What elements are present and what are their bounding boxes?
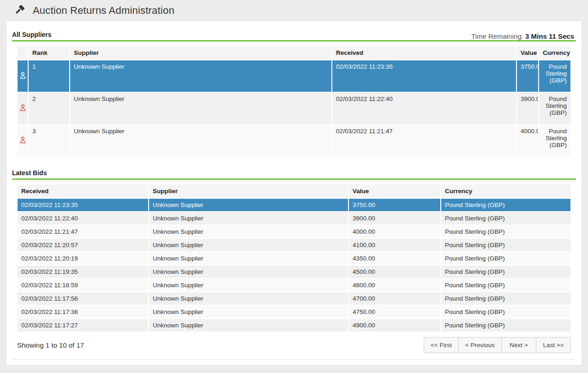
first-page-button[interactable]: << First <box>424 337 459 353</box>
value-cell: 3900.00 <box>516 92 539 124</box>
value-cell: 4350.00 <box>348 252 441 265</box>
person-online-icon <box>19 71 26 79</box>
currency-cell: Pound Sterling (GBP) <box>441 265 571 278</box>
supplier-cell: Unknown Supplier <box>149 252 348 265</box>
received-cell: 02/03/2022 11:18:59 <box>17 278 149 292</box>
currency-cell: Pound Sterling (GBP) <box>539 124 571 157</box>
value-cell: 3750.00 <box>348 198 441 212</box>
supplier-cell: Unknown Supplier <box>149 319 348 332</box>
table-row[interactable]: 02/03/2022 11:20:19 Unknown Supplier 435… <box>17 252 571 265</box>
main-panel: Time Remaining: 3 Mins 11 Secs All Suppl… <box>6 21 582 366</box>
value-column-header: Value <box>348 184 441 198</box>
value-cell: 4100.00 <box>348 238 441 252</box>
latest-bids-title: Latest Bids <box>12 169 576 177</box>
value-cell: 4000.00 <box>348 225 441 238</box>
section-divider <box>12 178 576 180</box>
received-cell: 02/03/2022 11:19:35 <box>17 265 149 278</box>
table-row[interactable]: 2 Unknown Supplier 02/03/2022 11:22:40 3… <box>17 92 571 124</box>
value-cell: 4900.00 <box>348 319 441 332</box>
received-cell: 02/03/2022 11:17:27 <box>17 319 149 332</box>
all-suppliers-table: Rank Supplier Received Value Currency 1 … <box>17 46 571 157</box>
currency-cell: Pound Sterling (GBP) <box>441 198 571 212</box>
page-title: Auction Returns Administration <box>33 5 174 17</box>
supplier-cell: Unknown Supplier <box>70 124 332 157</box>
received-cell: 02/03/2022 11:21:47 <box>332 124 516 157</box>
supplier-cell: Unknown Supplier <box>149 238 348 252</box>
supplier-cell: Unknown Supplier <box>70 60 332 92</box>
received-cell: 02/03/2022 11:22:40 <box>332 92 516 124</box>
time-remaining: Time Remaining: 3 Mins 11 Secs <box>471 32 574 40</box>
table-row[interactable]: 1 Unknown Supplier 02/03/2022 11:23:35 3… <box>17 60 571 92</box>
table-header-row: Rank Supplier Received Value Currency <box>17 46 571 60</box>
value-cell: 3900.00 <box>348 212 441 225</box>
rank-column-header: Rank <box>28 46 70 60</box>
time-remaining-label: Time Remaining: <box>471 32 523 40</box>
person-offline-icon <box>19 104 26 112</box>
supplier-cell: Unknown Supplier <box>149 212 348 225</box>
supplier-cell: Unknown Supplier <box>70 92 332 124</box>
received-cell: 02/03/2022 11:23:35 <box>17 198 149 212</box>
previous-page-button[interactable]: < Previous <box>458 337 502 353</box>
table-row[interactable]: 02/03/2022 11:22:40 Unknown Supplier 390… <box>17 212 571 225</box>
currency-cell: Pound Sterling (GBP) <box>441 252 571 265</box>
showing-results-text: Showing 1 to 10 of 17 <box>17 341 84 349</box>
rank-cell: 3 <box>28 124 70 157</box>
received-cell: 02/03/2022 11:17:38 <box>17 305 149 319</box>
value-cell: 3750.00 <box>516 60 539 92</box>
currency-cell: Pound Sterling (GBP) <box>441 238 571 252</box>
supplier-cell: Unknown Supplier <box>149 265 348 278</box>
supplier-cell: Unknown Supplier <box>149 198 348 212</box>
currency-cell: Pound Sterling (GBP) <box>441 319 571 332</box>
currency-cell: Pound Sterling (GBP) <box>441 292 571 305</box>
time-remaining-value: 3 Mins 11 Secs <box>525 32 574 40</box>
table-row[interactable]: 02/03/2022 11:17:56 Unknown Supplier 470… <box>17 292 571 305</box>
table-footer: Showing 1 to 10 of 17 << First < Previou… <box>17 337 571 353</box>
supplier-column-header: Supplier <box>70 46 332 60</box>
value-cell: 4750.00 <box>348 305 441 319</box>
table-row[interactable]: 02/03/2022 11:21:47 Unknown Supplier 400… <box>17 225 571 238</box>
pagination: << First < Previous Next > Last >> <box>424 337 571 353</box>
next-page-button[interactable]: Next > <box>501 337 536 353</box>
status-column-header <box>17 46 28 60</box>
last-page-button[interactable]: Last >> <box>536 337 571 353</box>
section-divider <box>12 40 576 41</box>
received-cell: 02/03/2022 11:22:40 <box>17 212 149 225</box>
table-row[interactable]: 02/03/2022 11:18:59 Unknown Supplier 460… <box>17 278 571 292</box>
received-cell: 02/03/2022 11:21:47 <box>17 225 149 238</box>
table-row[interactable]: 02/03/2022 11:23:35 Unknown Supplier 375… <box>17 198 571 212</box>
table-row[interactable]: 02/03/2022 11:17:27 Unknown Supplier 490… <box>17 319 571 332</box>
person-offline-icon <box>19 136 26 144</box>
currency-cell: Pound Sterling (GBP) <box>441 305 571 319</box>
received-cell: 02/03/2022 11:23:35 <box>332 60 516 92</box>
value-cell: 4600.00 <box>348 278 441 292</box>
rank-cell: 2 <box>28 92 70 124</box>
value-cell: 4700.00 <box>348 292 441 305</box>
value-cell: 4500.00 <box>348 265 441 278</box>
table-row[interactable]: 02/03/2022 11:20:57 Unknown Supplier 410… <box>17 238 571 252</box>
received-column-header: Received <box>17 184 149 198</box>
table-row[interactable]: 02/03/2022 11:17:38 Unknown Supplier 475… <box>17 305 571 319</box>
latest-bids-table: Received Supplier Value Currency 02/03/2… <box>17 184 571 332</box>
table-row[interactable]: 02/03/2022 11:19:35 Unknown Supplier 450… <box>17 265 571 278</box>
received-cell: 02/03/2022 11:17:56 <box>17 292 149 305</box>
received-column-header: Received <box>332 46 516 60</box>
supplier-cell: Unknown Supplier <box>149 292 348 305</box>
bottom-divider <box>12 359 576 360</box>
table-header-row: Received Supplier Value Currency <box>17 184 571 198</box>
supplier-cell: Unknown Supplier <box>149 225 348 238</box>
supplier-cell: Unknown Supplier <box>149 305 348 319</box>
rank-cell: 1 <box>28 60 70 92</box>
currency-cell: Pound Sterling (GBP) <box>441 225 571 238</box>
supplier-cell: Unknown Supplier <box>149 278 348 292</box>
table-row[interactable]: 3 Unknown Supplier 02/03/2022 11:21:47 4… <box>17 124 571 157</box>
all-suppliers-section-head: Time Remaining: 3 Mins 11 Secs All Suppl… <box>12 31 576 41</box>
value-cell: 4000.00 <box>516 124 539 157</box>
value-column-header: Value <box>516 46 539 60</box>
currency-cell: Pound Sterling (GBP) <box>441 212 571 225</box>
page-header: Auction Returns Administration <box>0 0 588 21</box>
currency-column-header: Currency <box>441 184 571 198</box>
currency-column-header: Currency <box>539 46 571 60</box>
supplier-column-header: Supplier <box>149 184 348 198</box>
currency-cell: Pound Sterling (GBP) <box>539 60 571 92</box>
received-cell: 02/03/2022 11:20:19 <box>17 252 149 265</box>
